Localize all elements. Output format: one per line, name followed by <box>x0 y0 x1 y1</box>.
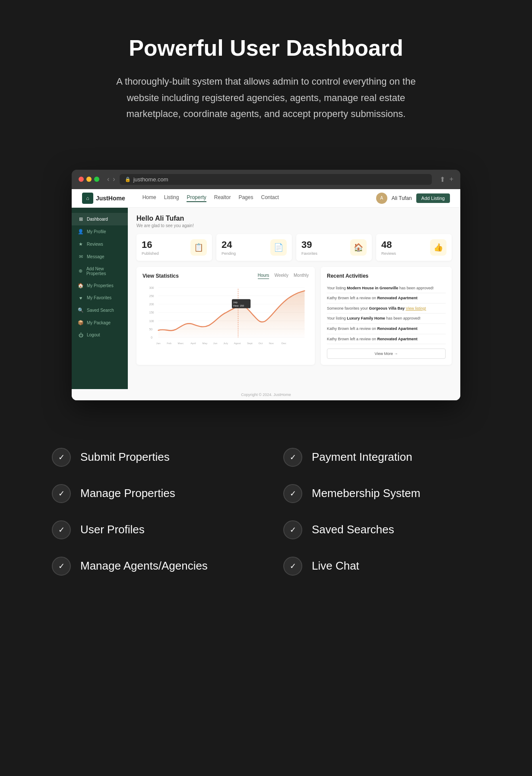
activities-title: Recent Activities <box>327 273 446 279</box>
profile-icon: 👤 <box>78 229 84 234</box>
logo-icon: ⌂ <box>82 193 93 204</box>
chart-tab-hours[interactable]: Hours <box>258 273 269 279</box>
new-tab-icon[interactable]: + <box>450 175 453 184</box>
traffic-lights <box>79 177 99 182</box>
site-logo: ⌂ JustHome <box>82 193 125 204</box>
stat-reviews: 48 Reviews 👍 <box>376 234 452 261</box>
feature-label-membership: Memebership System <box>312 487 420 500</box>
minimize-button[interactable] <box>86 177 92 182</box>
lock-icon: 🔒 <box>125 177 131 182</box>
sidebar-item-reviews[interactable]: ★ Reviews <box>72 238 128 250</box>
sidebar-item-message[interactable]: ✉ Message <box>72 250 128 263</box>
site-nav-links: Home Listing Property Realtor Pages Cont… <box>142 194 367 202</box>
back-arrow-icon[interactable]: ‹ <box>107 175 109 183</box>
sidebar-label-my-properties: My Properties <box>87 283 114 288</box>
saved-search-icon: 🔍 <box>78 307 84 313</box>
add-properties-icon: ⊕ <box>78 268 83 274</box>
sidebar-item-logout[interactable]: ⏻ Logout <box>72 329 128 341</box>
nav-pages[interactable]: Pages <box>238 194 253 202</box>
forward-arrow-icon[interactable]: › <box>113 175 115 183</box>
activity-item: Your listing Luxury Family Home has been… <box>327 314 446 324</box>
sidebar-item-favorites[interactable]: ♥ My Favorites <box>72 292 128 304</box>
maximize-button[interactable] <box>94 177 99 182</box>
sidebar-label-saved-search: Saved Search <box>87 308 114 313</box>
chart-header: View Statistics Hours Weekly Monthly <box>142 273 309 279</box>
browser-navigation: ‹ › <box>107 175 115 183</box>
close-button[interactable] <box>79 177 84 182</box>
sidebar-label-profile: My Profile <box>87 229 106 234</box>
chart-tab-weekly[interactable]: Weekly <box>274 273 288 279</box>
stats-row: 16 Published 📋 24 Pending 📄 <box>136 234 452 261</box>
svg-text:250: 250 <box>149 294 154 297</box>
chart-tab-monthly[interactable]: Monthly <box>294 273 309 279</box>
message-icon: ✉ <box>78 254 84 260</box>
sidebar-item-saved-search[interactable]: 🔍 Saved Search <box>72 304 128 317</box>
hero-title: Powerful User Dashboard <box>52 35 480 61</box>
url-bar[interactable]: 🔒 justhome.com <box>120 174 432 185</box>
check-icon-manage: ✓ <box>52 484 71 503</box>
svg-text:Sept: Sept <box>247 341 253 344</box>
dash-main: Hello Ali Tufan We are glad to see you a… <box>128 208 460 389</box>
greeting-subtitle: We are glad to see you again! <box>136 223 452 228</box>
nav-contact[interactable]: Contact <box>261 194 279 202</box>
published-icon: 📋 <box>190 239 207 256</box>
stat-label-published: Published <box>142 251 159 256</box>
dashboard-icon: ⊞ <box>78 216 84 222</box>
dashboard-content: ⌂ JustHome Home Listing Property Realtor… <box>72 189 460 400</box>
nav-realtor[interactable]: Realtor <box>214 194 231 202</box>
feature-label-live-chat: Live Chat <box>312 559 359 573</box>
sidebar-item-profile[interactable]: 👤 My Profile <box>72 225 128 238</box>
feature-manage-properties: ✓ Manage Properties <box>52 484 249 503</box>
dash-bottom: View Statistics Hours Weekly Monthly 300 <box>136 267 452 365</box>
feature-saved-searches: ✓ Saved Searches <box>283 520 480 539</box>
logout-icon: ⏻ <box>78 333 84 338</box>
svg-text:Oct: Oct <box>258 341 263 344</box>
sidebar-label-package: My Package <box>87 320 111 325</box>
stat-value-favorites: 39 <box>301 239 317 250</box>
svg-text:July: July <box>233 301 238 304</box>
activity-item: Kathy Brown left a review on Renovated A… <box>327 324 446 334</box>
nav-listing[interactable]: Listing <box>164 194 179 202</box>
feature-live-chat: ✓ Live Chat <box>283 557 480 576</box>
sidebar-label-favorites: My Favorites <box>87 295 111 300</box>
activity-item: Someone favorites your Gorgeous Villa Ba… <box>327 304 446 314</box>
svg-text:300: 300 <box>149 286 154 289</box>
stat-favorites: 39 Favorites 🏠 <box>296 234 372 261</box>
sidebar-item-my-properties[interactable]: 🏠 My Properties <box>72 279 128 292</box>
user-avatar: A <box>376 193 387 204</box>
svg-text:100: 100 <box>149 319 154 322</box>
sidebar-label-reviews: Reviews <box>87 242 103 247</box>
view-more-button[interactable]: View More → <box>327 348 446 359</box>
stat-value-reviews: 48 <box>381 239 396 250</box>
stat-value-pending: 24 <box>222 239 236 250</box>
reviews-stat-icon: 👍 <box>430 239 446 256</box>
dash-layout: ⊞ Dashboard 👤 My Profile ★ Reviews ✉ Mes… <box>72 208 460 389</box>
user-name: Ali Tufan <box>392 195 412 201</box>
feature-manage-agents: ✓ Manage Agents/Agencies <box>52 557 249 576</box>
browser-mockup: ‹ › 🔒 justhome.com ⬆ + ⌂ JustHome Home L… <box>72 170 460 400</box>
feature-label-agents: Manage Agents/Agencies <box>80 559 208 573</box>
svg-text:Jan: Jan <box>156 341 161 344</box>
check-icon-payment: ✓ <box>283 448 302 467</box>
sidebar-label-logout: Logout <box>87 333 100 337</box>
svg-text:150: 150 <box>149 311 154 314</box>
my-properties-icon: 🏠 <box>78 283 84 288</box>
logo-text: JustHome <box>96 195 125 202</box>
sidebar-item-add-properties[interactable]: ⊕ Add New Properties <box>72 263 128 279</box>
svg-text:200: 200 <box>149 303 154 306</box>
site-nav-right: A Ali Tufan Add Listing <box>376 193 450 204</box>
nav-property[interactable]: Property <box>187 194 206 202</box>
browser-actions: ⬆ + <box>440 175 453 184</box>
stat-value-published: 16 <box>142 239 159 250</box>
feature-membership: ✓ Memebership System <box>283 484 480 503</box>
feature-label-manage: Manage Properties <box>80 487 175 500</box>
favorites-stat-icon: 🏠 <box>350 239 367 256</box>
check-icon-agents: ✓ <box>52 557 71 576</box>
share-icon[interactable]: ⬆ <box>440 175 445 184</box>
sidebar-item-package[interactable]: 📦 My Package <box>72 317 128 329</box>
add-listing-button[interactable]: Add Listing <box>416 193 450 203</box>
nav-home[interactable]: Home <box>142 194 156 202</box>
svg-text:View: 150: View: 150 <box>233 304 244 307</box>
stat-pending: 24 Pending 📄 <box>216 234 292 261</box>
sidebar-item-dashboard[interactable]: ⊞ Dashboard <box>72 213 128 225</box>
